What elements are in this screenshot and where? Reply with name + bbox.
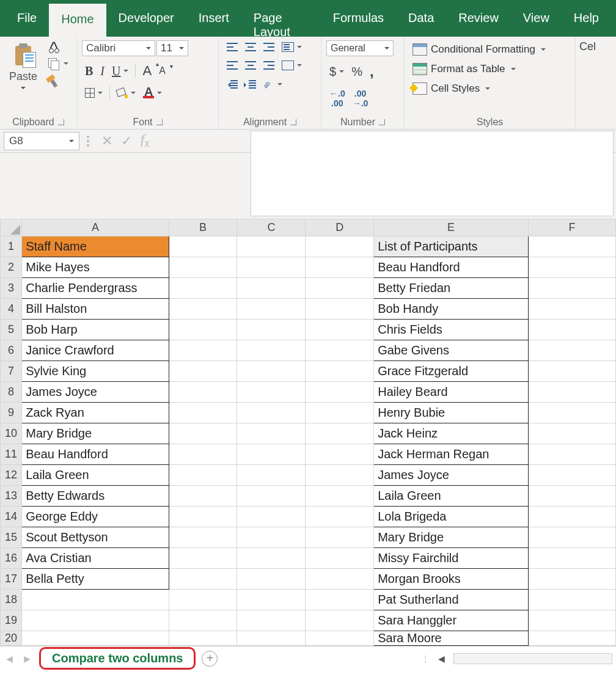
tab-data[interactable]: Data [396, 0, 446, 37]
row-header[interactable]: 14 [1, 507, 22, 527]
cell-E10[interactable]: Jack Heinz [374, 423, 529, 444]
cell-B11[interactable] [169, 444, 237, 465]
cell-C13[interactable] [237, 486, 306, 507]
cell-B12[interactable] [169, 465, 237, 486]
cell-A10[interactable]: Mary Bridge [22, 423, 169, 444]
cell-F16[interactable] [528, 548, 615, 569]
cell-B3[interactable] [169, 278, 237, 299]
cell-D13[interactable] [306, 486, 374, 507]
column-header-E[interactable]: E [374, 219, 529, 236]
row-header[interactable]: 2 [1, 257, 22, 278]
align-left-button[interactable] [224, 59, 241, 71]
cell-C18[interactable] [237, 590, 306, 610]
cell-D6[interactable] [306, 340, 374, 361]
cell-A6[interactable]: Janice Crawford [22, 340, 169, 361]
cell-C5[interactable] [237, 320, 306, 340]
tab-view[interactable]: View [511, 0, 562, 37]
cell-A3[interactable]: Charlie Pendergrass [22, 278, 169, 299]
cell-E8[interactable]: Hailey Beard [374, 382, 529, 403]
cell-A8[interactable]: James Joyce [22, 382, 169, 403]
cell-C1[interactable] [237, 236, 306, 257]
cell-B13[interactable] [169, 486, 237, 507]
cell-D1[interactable] [306, 236, 374, 257]
tab-split-handle[interactable]: ⋮ [421, 654, 430, 664]
cell-B8[interactable] [169, 382, 237, 403]
cell-E11[interactable]: Jack Herman Regan [374, 444, 529, 465]
cell-D16[interactable] [306, 548, 374, 569]
cell-D18[interactable] [306, 590, 374, 610]
cell-F3[interactable] [528, 278, 615, 299]
cell-B14[interactable] [169, 507, 237, 527]
row-header[interactable]: 4 [1, 299, 22, 320]
cell-D11[interactable] [306, 444, 374, 465]
align-middle-button[interactable] [242, 41, 259, 53]
align-center-button[interactable] [242, 59, 259, 71]
orientation-button[interactable] [260, 77, 285, 92]
cell-E6[interactable]: Gabe Givens [374, 340, 529, 361]
column-header-D[interactable]: D [306, 219, 374, 236]
cell-D17[interactable] [306, 569, 374, 590]
cell-A17[interactable]: Bella Petty [22, 569, 169, 590]
shrink-font-button[interactable]: A▾ [156, 64, 169, 78]
cell-E16[interactable]: Missy Fairchild [374, 548, 529, 569]
tab-review[interactable]: Review [446, 0, 511, 37]
select-all-corner[interactable] [1, 219, 22, 236]
cell-A18[interactable] [22, 590, 169, 610]
cell-F7[interactable] [528, 361, 615, 382]
cell-E18[interactable]: Pat Sutherland [374, 590, 529, 610]
sheet-nav-prev[interactable]: ◀ [4, 654, 15, 664]
row-header[interactable]: 5 [1, 320, 22, 340]
font-dialog-launcher[interactable] [156, 119, 163, 125]
cell-A19[interactable] [22, 610, 169, 631]
cell-A2[interactable]: Mike Hayes [22, 257, 169, 278]
cell-F4[interactable] [528, 299, 615, 320]
cancel-formula-button[interactable]: ✕ [101, 133, 112, 149]
cell-B2[interactable] [169, 257, 237, 278]
cell-D15[interactable] [306, 527, 374, 548]
cell-B15[interactable] [169, 527, 237, 548]
cell-D12[interactable] [306, 465, 374, 486]
hscroll-left[interactable]: ◀ [436, 654, 447, 664]
cell-E15[interactable]: Mary Bridge [374, 527, 529, 548]
row-header[interactable]: 8 [1, 382, 22, 403]
row-header[interactable]: 18 [1, 590, 22, 610]
cell-E20[interactable]: Sara Moore [374, 631, 529, 646]
tab-help[interactable]: Help [562, 0, 611, 37]
column-header-C[interactable]: C [237, 219, 306, 236]
new-sheet-button[interactable]: + [202, 651, 218, 667]
column-header-F[interactable]: F [528, 219, 615, 236]
cell-A5[interactable]: Bob Harp [22, 320, 169, 340]
row-header[interactable]: 10 [1, 423, 22, 444]
cell-styles-button[interactable]: Cell Styles [409, 81, 570, 97]
row-header[interactable]: 15 [1, 527, 22, 548]
cell-C19[interactable] [237, 610, 306, 631]
cell-F10[interactable] [528, 423, 615, 444]
tab-developer[interactable]: Developer [106, 0, 186, 37]
cell-E13[interactable]: Laila Green [374, 486, 529, 507]
cell-B16[interactable] [169, 548, 237, 569]
format-painter-button[interactable] [45, 72, 72, 89]
font-size-select[interactable]: 11 [156, 40, 188, 56]
align-top-button[interactable] [224, 41, 241, 53]
cell-F2[interactable] [528, 257, 615, 278]
insert-function-button[interactable]: fx [141, 131, 149, 150]
decrease-decimal-button[interactable]: .00→.0 [350, 87, 372, 110]
column-header-A[interactable]: A [22, 219, 169, 236]
cell-D20[interactable] [306, 631, 374, 646]
paste-button[interactable]: Paste [5, 40, 42, 114]
cell-C9[interactable] [237, 403, 306, 423]
cell-C14[interactable] [237, 507, 306, 527]
cell-A20[interactable] [22, 631, 169, 646]
cell-D2[interactable] [306, 257, 374, 278]
tab-home[interactable]: Home [49, 4, 106, 37]
grow-font-button[interactable]: A▴ [139, 61, 155, 81]
cell-B9[interactable] [169, 403, 237, 423]
cell-D19[interactable] [306, 610, 374, 631]
merge-center-button[interactable] [279, 59, 305, 72]
cell-E5[interactable]: Chris Fields [374, 320, 529, 340]
column-header-B[interactable]: B [169, 219, 237, 236]
row-header[interactable]: 19 [1, 610, 22, 631]
cell-C20[interactable] [237, 631, 306, 646]
cell-B7[interactable] [169, 361, 237, 382]
cell-F1[interactable] [528, 236, 615, 257]
